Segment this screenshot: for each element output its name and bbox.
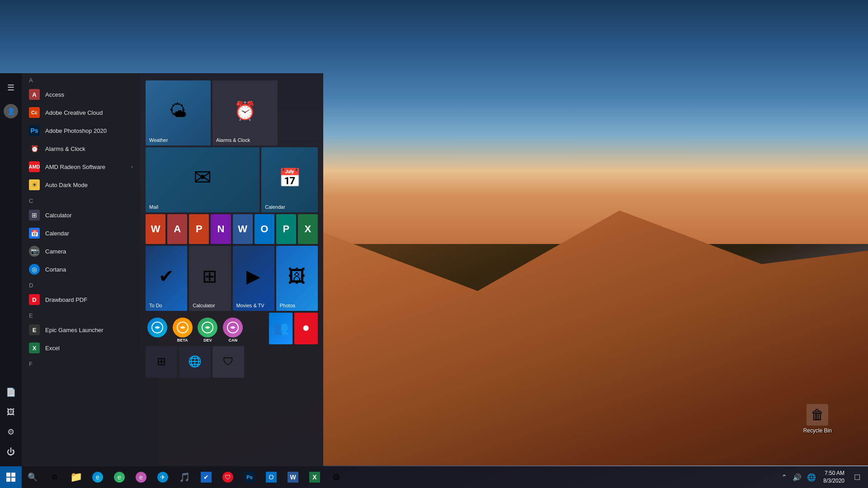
- app-item-epic[interactable]: E Epic Games Launcher: [22, 321, 140, 339]
- app-icon-amd: AMD: [29, 161, 40, 172]
- taskbar-antivirus[interactable]: 🛡: [218, 467, 238, 487]
- tile-office-outlook[interactable]: O: [255, 214, 274, 244]
- app-name-adobe-cc: Adobe Creative Cloud: [45, 109, 103, 116]
- recycle-bin-label: Recycle Bin: [803, 427, 832, 434]
- tile-weather[interactable]: 🌤 Weather: [146, 80, 211, 145]
- tile-people[interactable]: 👥: [269, 313, 292, 344]
- taskbar-telegram[interactable]: ✈: [153, 467, 173, 487]
- app-name-adobe-ps: Adobe Photoshop 2020: [45, 127, 107, 134]
- movies-tile-icon: ▶: [246, 266, 260, 286]
- taskbar-outlook[interactable]: O: [261, 467, 281, 487]
- taskbar-task-view[interactable]: ⧉: [44, 467, 64, 487]
- tile-office-word[interactable]: W: [233, 214, 253, 244]
- taskbar-excel[interactable]: X: [305, 467, 325, 487]
- taskbar-music[interactable]: 🎵: [175, 467, 194, 487]
- app-icon-camera: 📷: [29, 246, 40, 257]
- svg-text:E: E: [33, 327, 37, 333]
- clock-display[interactable]: 7:50 AM 8/3/2020: [820, 469, 848, 485]
- tile-edge-beta[interactable]: BETA: [171, 313, 194, 344]
- hamburger-menu-button[interactable]: ☰: [2, 79, 20, 97]
- tiles-row-3: ✔ To Do ⊞ Calculator ▶ Movies & TV 🖼 Pho…: [146, 246, 318, 311]
- start-button[interactable]: [0, 466, 22, 488]
- tile-office-publisher[interactable]: P: [276, 214, 296, 244]
- start-menu-sidebar: ☰ 👤 📄 🖼 ⚙ ⏻: [0, 73, 22, 466]
- sidebar-top-icons: ☰ 👤: [2, 79, 20, 120]
- office-apps-row: W A P N W O P X: [146, 214, 318, 244]
- app-list: A A Access Cc Adobe Creative Cloud Ps Ad…: [22, 73, 140, 466]
- app-item-cortana[interactable]: ◎ Cortana: [22, 260, 140, 278]
- tile-alarms-clock[interactable]: ⏰ Alarms & Clock: [212, 80, 278, 145]
- taskbar-todo[interactable]: ✔: [196, 467, 216, 487]
- app-item-camera[interactable]: 📷 Camera: [22, 242, 140, 260]
- tile-calendar[interactable]: 📅 Calendar: [261, 147, 318, 212]
- tile-office-excel[interactable]: X: [298, 214, 318, 244]
- tile-calculator[interactable]: ⊞ Calculator: [189, 246, 231, 311]
- svg-rect-7: [11, 473, 15, 477]
- sidebar-power-icon[interactable]: ⏻: [2, 443, 20, 461]
- tile-bottom-3[interactable]: 🛡: [212, 346, 244, 378]
- app-item-excel[interactable]: X Excel: [22, 339, 140, 357]
- tiles-row-bottom: ⊞ 🌐 🛡: [146, 346, 318, 378]
- taskbar-edge-canary[interactable]: e: [131, 467, 151, 487]
- edge-can-badge: CAN: [228, 338, 237, 343]
- clock-date: 8/3/2020: [823, 477, 844, 485]
- app-name-access: Access: [45, 91, 64, 98]
- tile-movies-tv[interactable]: ▶ Movies & TV: [233, 246, 274, 311]
- tray-chevron[interactable]: ⌃: [779, 471, 789, 483]
- taskbar-edge-dev[interactable]: e: [109, 467, 129, 487]
- weather-tile-label: Weather: [149, 137, 168, 143]
- tile-bottom-1[interactable]: ⊞: [146, 346, 177, 378]
- app-item-adobe-cc[interactable]: Cc Adobe Creative Cloud: [22, 103, 140, 122]
- tile-bottom-2[interactable]: 🌐: [179, 346, 211, 378]
- sidebar-bottom-icons: 📄 🖼 ⚙ ⏻: [2, 383, 20, 466]
- recycle-bin[interactable]: 🗑 Recycle Bin: [803, 404, 832, 434]
- app-name-cortana: Cortana: [45, 266, 66, 273]
- taskbar-settings[interactable]: ⚙: [326, 467, 346, 487]
- taskbar-photoshop[interactable]: Ps: [240, 467, 259, 487]
- app-item-adobe-ps[interactable]: Ps Adobe Photoshop 2020: [22, 122, 140, 140]
- sidebar-documents-icon[interactable]: 📄: [2, 383, 20, 401]
- app-icon-drawboard: D: [29, 294, 40, 305]
- tile-office-word2019[interactable]: W: [146, 214, 165, 244]
- tile-red-dot[interactable]: ●: [294, 313, 318, 344]
- tile-photos[interactable]: 🖼 Photos: [276, 246, 318, 311]
- app-name-auto-dark: Auto Dark Mode: [45, 182, 88, 188]
- photos-tile-label: Photos: [280, 303, 295, 308]
- app-item-calculator[interactable]: ⊞ Calculator: [22, 206, 140, 224]
- taskbar-word[interactable]: W: [283, 467, 303, 487]
- svg-rect-8: [6, 478, 10, 482]
- taskbar-edge-stable[interactable]: e: [88, 467, 108, 487]
- app-icon-calculator: ⊞: [29, 210, 40, 221]
- tray-volume[interactable]: 🔊: [791, 471, 803, 483]
- sidebar-settings-icon[interactable]: ⚙: [2, 423, 20, 441]
- tile-office-ppt[interactable]: P: [189, 214, 209, 244]
- app-item-calendar[interactable]: 📅 Calendar: [22, 224, 140, 242]
- tray-network[interactable]: 🌐: [805, 471, 818, 483]
- section-letter-c: C: [22, 194, 140, 206]
- app-name-camera: Camera: [45, 248, 66, 255]
- calendar-tile-icon: 📅: [278, 167, 301, 188]
- taskbar-file-explorer[interactable]: 📁: [66, 467, 86, 487]
- app-name-drawboard: Drawboard PDF: [45, 296, 87, 303]
- sidebar-pictures-icon[interactable]: 🖼: [2, 403, 20, 421]
- app-icon-access: A: [29, 89, 40, 100]
- avatar-image: 👤: [4, 104, 18, 118]
- tile-office-onenote[interactable]: N: [211, 214, 231, 244]
- app-item-alarms[interactable]: ⏰ Alarms & Clock: [22, 140, 140, 158]
- tile-todo[interactable]: ✔ To Do: [146, 246, 187, 311]
- tile-edge-dev[interactable]: DEV: [196, 313, 220, 344]
- movies-tile-label: Movies & TV: [236, 303, 264, 308]
- taskbar-search-button[interactable]: 🔍: [23, 467, 42, 487]
- app-item-access[interactable]: A Access: [22, 85, 140, 103]
- tile-edge-canary[interactable]: CAN: [221, 313, 245, 344]
- clock-time: 7:50 AM: [825, 469, 844, 477]
- tile-office-access[interactable]: A: [167, 214, 187, 244]
- app-item-auto-dark[interactable]: ☀ Auto Dark Mode: [22, 176, 140, 194]
- app-item-drawboard[interactable]: D Drawboard PDF: [22, 291, 140, 309]
- tile-mail[interactable]: ✉ Mail: [146, 147, 259, 212]
- user-avatar[interactable]: 👤: [2, 102, 20, 120]
- app-item-amd[interactable]: AMD AMD Radeon Software ›: [22, 158, 140, 176]
- app-icon-cortana: ◎: [29, 264, 40, 275]
- notification-center-button[interactable]: ☐: [850, 466, 864, 488]
- tile-edge-stable[interactable]: [146, 313, 169, 344]
